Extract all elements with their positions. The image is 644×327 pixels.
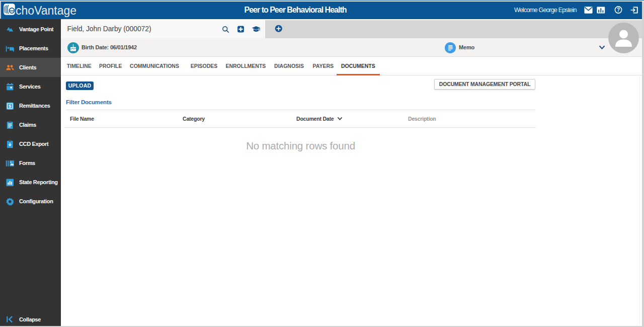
svg-text:$: $ [9,104,11,109]
svg-text:?: ? [617,7,620,13]
